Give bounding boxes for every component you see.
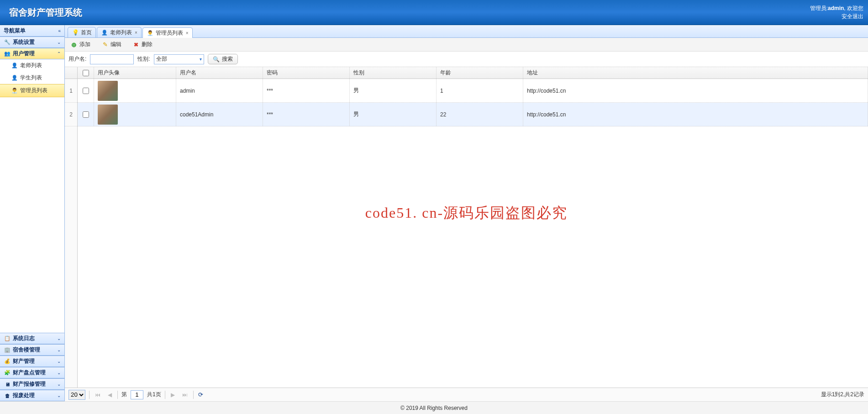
row-number: 2 [65, 103, 77, 126]
next-page-button[interactable]: ▶ [169, 391, 177, 399]
cell-address: http://code51.cn [523, 103, 868, 126]
sidebar-item-teachers[interactable]: 老师列表 [0, 59, 64, 72]
app-title: 宿舍财产管理系统 [9, 6, 82, 19]
tab-teachers[interactable]: 老师列表 × [97, 27, 142, 37]
close-icon[interactable]: × [135, 30, 137, 35]
sidebar-item-label: 老师列表 [20, 62, 42, 69]
monitor-icon [4, 381, 11, 388]
edit-button[interactable]: 编辑 [100, 40, 123, 49]
panel-system-settings[interactable]: 系统设置 ⌄ [0, 37, 64, 48]
admin-icon [147, 29, 154, 37]
collapse-left-icon: « [58, 28, 61, 33]
trash-icon [4, 392, 11, 399]
money-icon [4, 358, 11, 365]
pager-info: 显示1到2,共2记录 [821, 391, 864, 398]
cell-username: code51Admin [176, 103, 263, 126]
gender-combobox[interactable]: 全部 ▾ [154, 54, 204, 64]
nav-menu-header[interactable]: 导航菜单 « [0, 25, 64, 37]
searchbar: 用户名: 性别: 全部 ▾ 搜索 [65, 52, 868, 67]
page-size-select[interactable]: 20 [68, 390, 85, 400]
button-label: 编辑 [110, 41, 121, 48]
panel-dorm-management[interactable]: 宿舍楼管理 ⌄ [0, 344, 64, 356]
combo-value: 全部 [156, 55, 167, 63]
panel-user-management[interactable]: 用户管理 ⌃ [0, 48, 64, 59]
cell-gender: 男 [350, 79, 437, 102]
row-number-column: 1 2 [65, 67, 78, 388]
row-checkbox[interactable] [83, 88, 89, 94]
table-row[interactable]: code51Admin *** 男 22 http://code51.cn [78, 103, 868, 126]
button-label: 删除 [142, 41, 153, 48]
cell-password: *** [263, 79, 350, 102]
username-input[interactable] [90, 54, 134, 64]
delete-icon [132, 41, 140, 48]
search-icon [213, 56, 220, 63]
sidebar-item-students[interactable]: 学生列表 [0, 72, 64, 84]
panel-label: 宿舍楼管理 [13, 346, 40, 354]
panel-system-log[interactable]: 系统日志 ⌄ [0, 333, 64, 344]
select-all-checkbox[interactable] [83, 70, 89, 76]
add-icon [70, 41, 78, 48]
users-icon [4, 50, 11, 58]
user-icon [11, 74, 18, 82]
column-gender[interactable]: 性别 [350, 67, 437, 79]
last-page-button[interactable]: ⏭ [180, 391, 189, 399]
admin-icon [11, 87, 18, 94]
table-row[interactable]: admin *** 男 1 http://code51.cn [78, 79, 868, 103]
panel-repair-management[interactable]: 财产报修管理 ⌄ [0, 378, 64, 390]
column-password[interactable]: 密码 [263, 67, 350, 79]
add-button[interactable]: 添加 [68, 40, 92, 49]
gender-label: 性别: [137, 55, 150, 63]
panel-label: 用户管理 [13, 50, 35, 58]
tab-label: 首页 [81, 29, 92, 37]
column-avatar[interactable]: 用户头像 [94, 67, 176, 79]
app-header: 宿舍财产管理系统 管理员:admin, 欢迎您 安全退出 [0, 0, 868, 25]
tab-label: 管理员列表 [156, 29, 183, 37]
search-button[interactable]: 搜索 [208, 54, 238, 64]
toolbar: 添加 编辑 删除 [65, 38, 868, 52]
datagrid: 1 2 用户头像 用户名 密码 性别 年龄 地址 admin *** [65, 67, 868, 388]
panel-label: 财产管理 [13, 357, 35, 365]
copyright: © 2019 All Rights Reserved [400, 405, 468, 411]
column-age[interactable]: 年龄 [437, 67, 523, 79]
panel-inventory-management[interactable]: 财产盘点管理 ⌄ [0, 367, 64, 378]
tab-admins[interactable]: 管理员列表 × [142, 27, 193, 38]
prev-page-button[interactable]: ◀ [106, 391, 114, 399]
chevron-down-icon: ⌄ [57, 347, 61, 352]
panel-label: 系统设置 [13, 38, 35, 46]
footer: © 2019 All Rights Reserved [0, 401, 868, 414]
tab-home[interactable]: 首页 [68, 27, 96, 37]
button-label: 添加 [79, 41, 90, 48]
page-total: 共1页 [147, 391, 161, 398]
column-address[interactable]: 地址 [523, 67, 868, 79]
column-username[interactable]: 用户名 [176, 67, 263, 79]
sidebar-item-label: 管理员列表 [20, 87, 47, 94]
bulb-icon [72, 29, 79, 36]
admin-name: admin [828, 5, 844, 11]
panel-scrap-handling[interactable]: 报废处理 ⌄ [0, 390, 64, 401]
panel-label: 财产报修管理 [13, 380, 46, 388]
avatar-image [98, 81, 118, 101]
refresh-button[interactable] [197, 391, 205, 398]
close-icon[interactable]: × [186, 31, 189, 36]
row-checkbox[interactable] [83, 111, 89, 118]
page-number-input[interactable] [131, 390, 143, 399]
button-label: 搜索 [222, 55, 233, 63]
logout-link[interactable]: 安全退出 [842, 13, 863, 20]
chevron-down-icon: ⌄ [57, 336, 61, 341]
sidebar-item-admins[interactable]: 管理员列表 [0, 84, 64, 97]
tab-label: 老师列表 [110, 29, 132, 37]
first-page-button[interactable]: ⏮ [93, 391, 102, 399]
user-icon [101, 29, 108, 36]
sidebar-item-label: 学生列表 [20, 74, 42, 82]
delete-button[interactable]: 删除 [131, 40, 154, 49]
sidebar: 导航菜单 « 系统设置 ⌄ 用户管理 ⌃ 老师列表 学生列表 管理员列表 [0, 25, 65, 401]
welcome-text: , 欢迎您 [844, 5, 863, 11]
chevron-down-icon: ⌄ [57, 382, 61, 387]
cell-age: 1 [437, 79, 523, 102]
username-label: 用户名: [68, 55, 86, 63]
panel-body-user-management: 老师列表 学生列表 管理员列表 [0, 59, 64, 333]
panel-property-management[interactable]: 财产管理 ⌄ [0, 356, 64, 367]
chevron-down-icon: ⌄ [57, 370, 61, 375]
puzzle-icon [4, 369, 11, 377]
edit-icon [101, 41, 109, 48]
